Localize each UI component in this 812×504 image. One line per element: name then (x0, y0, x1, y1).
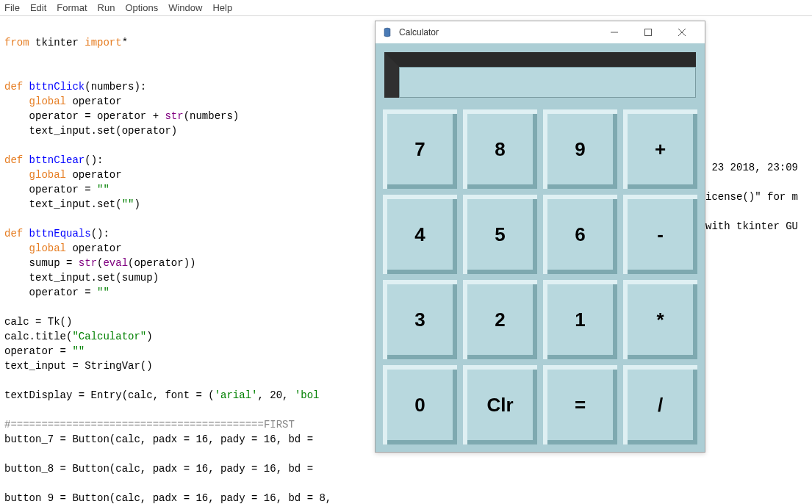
calculator-body: 7 8 9 + 4 5 6 - 3 2 1 * 0 Clr = / (376, 43, 705, 452)
btn-divide[interactable]: / (623, 365, 697, 444)
menu-window[interactable]: Window (168, 2, 202, 13)
maximize-button[interactable] (631, 21, 665, 43)
btn-equals[interactable]: = (543, 365, 617, 444)
menu-file[interactable]: File (4, 2, 20, 13)
calculator-display[interactable] (399, 67, 696, 98)
btn-clear[interactable]: Clr (463, 365, 537, 444)
btn-1[interactable]: 1 (543, 280, 617, 359)
btn-9[interactable]: 9 (543, 109, 617, 189)
menu-help[interactable]: Help (212, 2, 232, 13)
btn-8[interactable]: 8 (463, 109, 537, 189)
window-title: Calculator (399, 27, 597, 37)
svg-rect-1 (645, 29, 652, 36)
display-wrap (384, 52, 696, 98)
menu-options[interactable]: Options (125, 2, 158, 13)
calculator-window: Calculator 7 8 9 + 4 5 6 - 3 2 1 * 0 Clr (375, 21, 705, 453)
btn-0[interactable]: 0 (383, 365, 457, 444)
btn-7[interactable]: 7 (383, 109, 457, 189)
button-grid: 7 8 9 + 4 5 6 - 3 2 1 * 0 Clr = / (380, 107, 700, 447)
menubar: File Edit Format Run Options Window Help (0, 0, 812, 16)
menu-edit[interactable]: Edit (30, 2, 46, 13)
btn-5[interactable]: 5 (463, 195, 537, 274)
minimize-button[interactable] (597, 21, 631, 43)
btn-3[interactable]: 3 (383, 280, 457, 359)
menu-run[interactable]: Run (98, 2, 115, 13)
btn-2[interactable]: 2 (463, 280, 537, 359)
titlebar[interactable]: Calculator (376, 21, 705, 43)
close-button[interactable] (665, 21, 699, 43)
btn-multiply[interactable]: * (623, 280, 697, 359)
btn-4[interactable]: 4 (383, 195, 457, 274)
code-text: from (4, 37, 29, 48)
app-icon (381, 26, 393, 38)
shell-output: 23 2018, 23:09 icense()" for m with tkin… (705, 145, 798, 234)
btn-6[interactable]: 6 (543, 195, 617, 274)
btn-minus[interactable]: - (623, 195, 697, 274)
menu-format[interactable]: Format (57, 2, 87, 13)
btn-plus[interactable]: + (623, 109, 697, 189)
